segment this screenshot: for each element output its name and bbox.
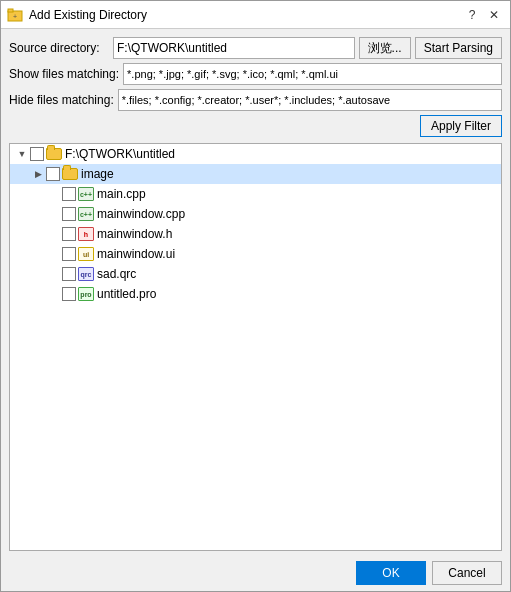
- mainwindow-cpp-row[interactable]: c++ mainwindow.cpp: [10, 204, 501, 224]
- main-cpp-name: main.cpp: [97, 187, 146, 201]
- mainwindow-ui-row[interactable]: ui mainwindow.ui: [10, 244, 501, 264]
- image-name: image: [81, 167, 114, 181]
- title-buttons: ? ✕: [462, 6, 504, 24]
- dialog-content: Source directory: 浏览... Start Parsing Sh…: [1, 29, 510, 555]
- sad-qrc-icon: qrc: [78, 267, 94, 281]
- untitled-pro-row[interactable]: pro untitled.pro: [10, 284, 501, 304]
- ok-button[interactable]: OK: [356, 561, 426, 585]
- mainwindow-h-row[interactable]: h mainwindow.h: [10, 224, 501, 244]
- help-button[interactable]: ?: [462, 6, 482, 24]
- source-dir-row: Source directory: 浏览... Start Parsing: [9, 37, 502, 59]
- cancel-button[interactable]: Cancel: [432, 561, 502, 585]
- image-expander[interactable]: ▶: [30, 166, 46, 182]
- untitled-pro-icon: pro: [78, 287, 94, 301]
- dialog-title: Add Existing Directory: [29, 8, 147, 22]
- title-left: + Add Existing Directory: [7, 7, 147, 23]
- main-cpp-checkbox[interactable]: [62, 187, 76, 201]
- root-expander[interactable]: ▼: [14, 146, 30, 162]
- mainwindow-h-name: mainwindow.h: [97, 227, 172, 241]
- root-folder-icon: [46, 148, 62, 160]
- mainwindow-cpp-name: mainwindow.cpp: [97, 207, 185, 221]
- root-name: F:\QTWORK\untitled: [65, 147, 175, 161]
- main-cpp-icon: c++: [78, 187, 94, 201]
- show-files-input[interactable]: [123, 63, 502, 85]
- svg-text:+: +: [13, 13, 17, 20]
- image-folder-row[interactable]: ▶ image: [10, 164, 501, 184]
- add-existing-directory-dialog: + Add Existing Directory ? ✕ Source dire…: [0, 0, 511, 592]
- mainwindow-cpp-icon: c++: [78, 207, 94, 221]
- mainwindow-h-icon: h: [78, 227, 94, 241]
- apply-filter-button[interactable]: Apply Filter: [420, 115, 502, 137]
- title-bar: + Add Existing Directory ? ✕: [1, 1, 510, 29]
- untitled-pro-name: untitled.pro: [97, 287, 156, 301]
- hide-files-label: Hide files matching:: [9, 93, 114, 107]
- close-button[interactable]: ✕: [484, 6, 504, 24]
- dialog-icon: +: [7, 7, 23, 23]
- mainwindow-ui-checkbox[interactable]: [62, 247, 76, 261]
- show-files-row: Show files matching:: [9, 63, 502, 85]
- hide-files-row: Hide files matching:: [9, 89, 502, 111]
- source-dir-input[interactable]: [113, 37, 355, 59]
- image-checkbox[interactable]: [46, 167, 60, 181]
- tree-root-row[interactable]: ▼ F:\QTWORK\untitled: [10, 144, 501, 164]
- start-parsing-button[interactable]: Start Parsing: [415, 37, 502, 59]
- svg-rect-1: [8, 9, 13, 12]
- show-files-label: Show files matching:: [9, 67, 119, 81]
- apply-filter-row: Apply Filter: [9, 115, 502, 137]
- dialog-footer: OK Cancel: [1, 555, 510, 591]
- image-folder-icon: [62, 168, 78, 180]
- mainwindow-ui-icon: ui: [78, 247, 94, 261]
- root-checkbox[interactable]: [30, 147, 44, 161]
- sad-qrc-checkbox[interactable]: [62, 267, 76, 281]
- sad-qrc-row[interactable]: qrc sad.qrc: [10, 264, 501, 284]
- untitled-pro-checkbox[interactable]: [62, 287, 76, 301]
- mainwindow-h-checkbox[interactable]: [62, 227, 76, 241]
- sad-qrc-name: sad.qrc: [97, 267, 136, 281]
- mainwindow-cpp-checkbox[interactable]: [62, 207, 76, 221]
- hide-files-input[interactable]: [118, 89, 502, 111]
- main-cpp-row[interactable]: c++ main.cpp: [10, 184, 501, 204]
- source-dir-label: Source directory:: [9, 41, 109, 55]
- browse-button[interactable]: 浏览...: [359, 37, 411, 59]
- mainwindow-ui-name: mainwindow.ui: [97, 247, 175, 261]
- file-tree[interactable]: ▼ F:\QTWORK\untitled ▶ image c++ main.cp…: [9, 143, 502, 551]
